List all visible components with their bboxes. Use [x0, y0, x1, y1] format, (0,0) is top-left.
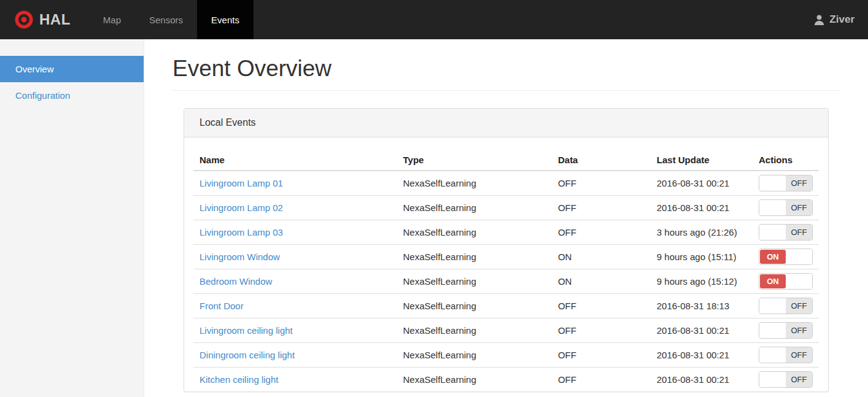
- user-menu[interactable]: Ziver: [800, 0, 868, 39]
- event-data: ON: [552, 269, 651, 293]
- events-table: Name Type Data Last Update Actions Livin…: [193, 150, 819, 391]
- event-last-update: 2016-08-31 00:21: [651, 318, 753, 342]
- toggle-state-label: ON: [760, 250, 786, 264]
- toggle-knob: [759, 175, 786, 191]
- table-row: Bedroom Window NexaSelfLearning ON 9 hou…: [193, 269, 819, 293]
- event-toggle[interactable]: OFF: [759, 371, 813, 388]
- event-toggle[interactable]: OFF: [759, 347, 813, 363]
- event-type: NexaSelfLearning: [397, 195, 552, 220]
- table-row: Livingroom Window NexaSelfLearning ON 9 …: [193, 244, 819, 269]
- event-type: NexaSelfLearning: [397, 244, 552, 269]
- event-toggle[interactable]: OFF: [759, 298, 813, 314]
- event-last-update: 2016-08-31 00:21: [651, 367, 753, 391]
- event-type: NexaSelfLearning: [397, 342, 552, 367]
- table-row: Livingroom Lamp 02 NexaSelfLearning OFF …: [193, 195, 819, 220]
- table-row: Livingroom Lamp 01 NexaSelfLearning OFF …: [193, 171, 819, 195]
- event-name-link[interactable]: Diningroom ceiling light: [200, 350, 295, 360]
- toggle-state-label: OFF: [786, 175, 812, 191]
- event-type: NexaSelfLearning: [397, 171, 552, 195]
- sidebar-item-overview[interactable]: Overview: [0, 56, 144, 82]
- event-name-link[interactable]: Livingroom Lamp 03: [200, 227, 283, 237]
- table-row: Kitchen ceiling light NexaSelfLearning O…: [193, 367, 819, 391]
- event-data: OFF: [552, 171, 651, 195]
- event-name-link[interactable]: Front Door: [200, 301, 244, 311]
- table-row: Diningroom ceiling light NexaSelfLearnin…: [193, 342, 819, 367]
- event-name-link[interactable]: Livingroom Window: [200, 252, 280, 262]
- events-table-body: Livingroom Lamp 01 NexaSelfLearning OFF …: [193, 171, 819, 391]
- person-icon: [813, 14, 825, 26]
- toggle-knob: [786, 249, 812, 264]
- event-name-link[interactable]: Livingroom Lamp 01: [200, 178, 283, 188]
- user-name: Ziver: [829, 13, 854, 26]
- toggle-state-label: OFF: [786, 298, 812, 314]
- event-name-link[interactable]: Bedroom Window: [200, 276, 272, 287]
- event-type: NexaSelfLearning: [397, 367, 552, 391]
- navbar: HAL Map Sensors Events Ziver: [0, 0, 868, 39]
- toggle-state-label: OFF: [786, 323, 812, 338]
- event-toggle[interactable]: OFF: [759, 322, 813, 339]
- tab-map[interactable]: Map: [89, 0, 135, 39]
- event-toggle[interactable]: OFF: [759, 199, 813, 216]
- event-data: OFF: [552, 293, 651, 318]
- event-name-link[interactable]: Livingroom ceiling light: [200, 325, 293, 336]
- toggle-knob: [786, 274, 812, 289]
- column-header-actions: Actions: [753, 150, 819, 171]
- page-title: Event Overview: [171, 56, 841, 91]
- event-data: OFF: [552, 318, 651, 342]
- event-data: ON: [552, 244, 651, 269]
- event-last-update: 3 hours ago (21:26): [651, 220, 753, 244]
- navbar-tabs: Map Sensors Events: [89, 0, 254, 39]
- event-type: NexaSelfLearning: [397, 269, 552, 293]
- table-row: Front Door NexaSelfLearning OFF 2016-08-…: [193, 293, 819, 318]
- panel-title: Local Events: [184, 109, 828, 137]
- column-header-last-update: Last Update: [651, 150, 753, 171]
- toggle-state-label: ON: [760, 274, 786, 288]
- toggle-knob: [759, 298, 786, 314]
- toggle-state-label: OFF: [786, 200, 812, 215]
- table-row: Livingroom ceiling light NexaSelfLearnin…: [193, 318, 819, 342]
- toggle-state-label: OFF: [786, 225, 812, 240]
- target-icon: [15, 10, 33, 29]
- event-last-update: 9 hours ago (15:12): [651, 269, 753, 293]
- event-data: OFF: [552, 220, 651, 244]
- event-toggle[interactable]: OFF: [759, 175, 813, 191]
- event-data: OFF: [552, 367, 651, 391]
- main-content: Event Overview Local Events Name Type Da…: [144, 39, 868, 397]
- toggle-state-label: OFF: [786, 372, 812, 387]
- toggle-knob: [759, 200, 786, 215]
- event-toggle[interactable]: ON: [759, 249, 813, 265]
- toggle-knob: [759, 225, 786, 240]
- brand[interactable]: HAL: [0, 0, 89, 39]
- brand-title: HAL: [39, 11, 71, 28]
- page-layout: Overview Configuration Event Overview Lo…: [0, 39, 868, 397]
- panel-body: Name Type Data Last Update Actions Livin…: [184, 137, 828, 391]
- column-header-name: Name: [193, 150, 397, 171]
- event-last-update: 2016-08-31 00:21: [651, 342, 753, 367]
- toggle-knob: [759, 347, 786, 363]
- event-last-update: 9 hours ago (15:11): [651, 244, 753, 269]
- event-name-link[interactable]: Livingroom Lamp 02: [200, 202, 283, 213]
- column-header-type: Type: [397, 150, 552, 171]
- table-row: Livingroom Lamp 03 NexaSelfLearning OFF …: [193, 220, 819, 244]
- tab-sensors[interactable]: Sensors: [135, 0, 197, 39]
- event-last-update: 2016-08-31 18:13: [651, 293, 753, 318]
- table-header-row: Name Type Data Last Update Actions: [193, 150, 819, 171]
- tab-events[interactable]: Events: [197, 0, 254, 39]
- event-last-update: 2016-08-31 00:21: [651, 171, 753, 195]
- event-type: NexaSelfLearning: [397, 293, 552, 318]
- sidebar: Overview Configuration: [0, 39, 144, 397]
- event-last-update: 2016-08-31 00:21: [651, 195, 753, 220]
- column-header-data: Data: [552, 150, 651, 171]
- local-events-panel: Local Events Name Type Data Last Update …: [184, 108, 829, 392]
- event-toggle[interactable]: ON: [759, 273, 813, 290]
- event-type: NexaSelfLearning: [397, 318, 552, 342]
- event-data: OFF: [552, 342, 651, 367]
- toggle-state-label: OFF: [786, 347, 812, 363]
- event-toggle[interactable]: OFF: [759, 224, 813, 241]
- toggle-knob: [759, 372, 786, 387]
- event-type: NexaSelfLearning: [397, 220, 552, 244]
- sidebar-item-configuration[interactable]: Configuration: [0, 82, 144, 109]
- event-name-link[interactable]: Kitchen ceiling light: [200, 374, 278, 385]
- event-data: OFF: [552, 195, 651, 220]
- toggle-knob: [759, 323, 786, 338]
